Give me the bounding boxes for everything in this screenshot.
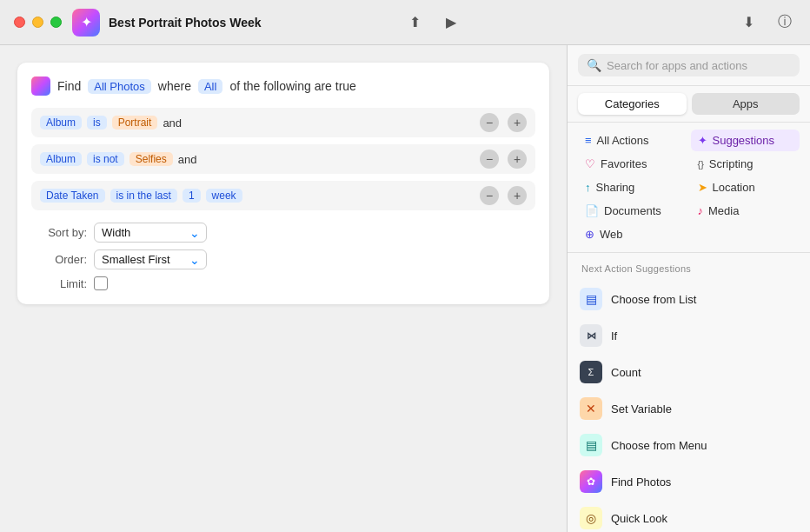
suggestions-header: Next Action Suggestions — [568, 260, 810, 281]
sidebar-item-all-actions[interactable]: ≡ All Actions — [578, 130, 687, 151]
sidebar-item-web[interactable]: ⊕ Web — [578, 223, 687, 245]
filter-conj-2: and — [178, 153, 197, 166]
sidebar-item-label: Scripting — [709, 157, 754, 170]
photos-app-icon — [31, 76, 50, 96]
filter-add-3[interactable]: + — [508, 186, 527, 205]
search-bar: 🔍 — [568, 45, 810, 86]
sort-select[interactable]: Width Height Date — [94, 223, 207, 243]
location-icon: ➤ — [698, 181, 707, 194]
filter-num-3[interactable]: 1 — [183, 189, 201, 203]
sidebar-item-label: All Actions — [597, 134, 649, 147]
sort-row: Sort by: Width Height Date — [31, 223, 535, 243]
filter-val-2[interactable]: Selfies — [129, 152, 173, 166]
action-label: If — [611, 329, 617, 342]
sidebar-item-label: Media — [708, 204, 739, 217]
sidebar-categories: ≡ All Actions ✦ Suggestions ♡ Favorites … — [568, 123, 810, 253]
titlebar: ✦ Best Portrait Photos Week ⬆ ▶ ⬇ ⓘ — [0, 0, 810, 45]
action-label: Choose from List — [611, 293, 696, 306]
sidebar-item-sharing[interactable]: ↑ Sharing — [578, 176, 687, 198]
limit-row: Limit: — [31, 276, 535, 290]
action-item-if[interactable]: ⋈ If — [568, 317, 810, 354]
order-label: Order: — [40, 253, 87, 266]
share-button[interactable]: ⬆ — [403, 11, 426, 34]
options-section: Sort by: Width Height Date Order: Smalle… — [31, 223, 535, 290]
action-item-count[interactable]: Σ Count — [568, 354, 810, 390]
window-title: Best Portrait Photos Week — [109, 16, 262, 30]
order-select-wrapper: Smallest First Largest First — [94, 249, 207, 269]
sidebar-item-media[interactable]: ♪ Media — [691, 200, 800, 222]
search-input[interactable] — [607, 59, 791, 72]
sidebar-item-label: Favorites — [601, 157, 647, 170]
all-photos-badge[interactable]: All Photos — [88, 79, 151, 94]
filter-unit-3[interactable]: week — [206, 189, 242, 203]
filter-field-1[interactable]: Album — [40, 116, 82, 130]
media-icon: ♪ — [698, 204, 704, 217]
action-label: Quick Look — [611, 512, 667, 525]
traffic-lights — [14, 17, 62, 28]
filter-row: Album is not Selfies and − + — [31, 144, 535, 174]
filter-conj-1: and — [163, 116, 182, 130]
sidebar-item-scripting[interactable]: {} Scripting — [691, 153, 800, 175]
maximize-button[interactable] — [50, 17, 62, 28]
filter-op-3[interactable]: is in the last — [110, 189, 177, 203]
save-button[interactable]: ⬇ — [737, 11, 760, 34]
filter-add-2[interactable]: + — [508, 150, 527, 169]
filter-op-2[interactable]: is not — [87, 152, 124, 166]
sort-select-wrapper: Width Height Date — [94, 223, 207, 243]
filter-remove-1[interactable]: − — [480, 113, 499, 132]
filter-remove-3[interactable]: − — [480, 186, 499, 205]
action-label: Choose from Menu — [611, 439, 707, 452]
scripting-icon: {} — [698, 159, 704, 170]
action-card: Find All Photos where All of the followi… — [17, 63, 549, 304]
filter-field-2[interactable]: Album — [40, 152, 82, 166]
sidebar-item-label: Sharing — [596, 181, 635, 194]
filter-op-1[interactable]: is — [87, 116, 107, 130]
action-label: Find Photos — [611, 475, 671, 489]
all-badge[interactable]: All — [198, 79, 222, 94]
sidebar-item-documents[interactable]: 📄 Documents — [578, 200, 687, 222]
quick-look-icon: ◎ — [580, 507, 602, 529]
search-input-wrapper: 🔍 — [578, 54, 800, 76]
action-item-find-photos[interactable]: ✿ Find Photos — [568, 463, 810, 500]
order-select[interactable]: Smallest First Largest First — [94, 249, 207, 269]
if-icon: ⋈ — [580, 324, 602, 347]
category-tabs: Categories Apps — [568, 86, 810, 123]
all-actions-icon: ≡ — [585, 134, 592, 147]
action-item-choose-from-list[interactable]: ▤ Choose from List — [568, 281, 810, 317]
find-header: Find All Photos where All of the followi… — [31, 76, 535, 96]
sidebar-item-location[interactable]: ➤ Location — [691, 176, 800, 198]
web-icon: ⊕ — [585, 228, 594, 241]
limit-label: Limit: — [40, 277, 87, 290]
limit-checkbox[interactable] — [94, 276, 108, 290]
set-variable-icon: ✕ — [580, 397, 602, 420]
of-following-label: of the following are true — [229, 79, 356, 93]
filter-remove-2[interactable]: − — [480, 150, 499, 169]
apps-tab[interactable]: Apps — [692, 93, 800, 115]
sidebar-item-suggestions[interactable]: ✦ Suggestions — [691, 130, 800, 151]
minimize-button[interactable] — [32, 17, 43, 28]
categories-tab[interactable]: Categories — [578, 93, 687, 115]
action-item-choose-from-menu[interactable]: ▤ Choose from Menu — [568, 427, 810, 463]
count-icon: Σ — [580, 361, 602, 383]
find-photos-icon: ✿ — [580, 470, 602, 493]
action-item-set-variable[interactable]: ✕ Set Variable — [568, 390, 810, 427]
sidebar-item-label: Web — [600, 228, 623, 241]
suggestions-section: Next Action Suggestions ▤ Choose from Li… — [568, 253, 810, 532]
left-panel: Find All Photos where All of the followi… — [0, 45, 567, 532]
where-label: where — [158, 79, 191, 93]
play-button[interactable]: ▶ — [440, 11, 462, 34]
action-item-quick-look[interactable]: ◎ Quick Look — [568, 500, 810, 532]
filter-val-1[interactable]: Portrait — [112, 116, 158, 130]
info-button[interactable]: ⓘ — [773, 11, 796, 34]
sidebar-item-label: Documents — [604, 204, 661, 217]
filter-field-3[interactable]: Date Taken — [40, 189, 105, 203]
sidebar-item-favorites[interactable]: ♡ Favorites — [578, 153, 687, 175]
right-panel: 🔍 Categories Apps ≡ All Actions ✦ Sugges… — [567, 45, 810, 532]
close-button[interactable] — [14, 17, 25, 28]
filter-add-1[interactable]: + — [508, 113, 527, 132]
action-label: Set Variable — [611, 402, 672, 416]
action-label: Count — [611, 366, 641, 379]
choose-from-list-icon: ▤ — [580, 288, 602, 310]
sharing-icon: ↑ — [585, 181, 591, 194]
favorites-icon: ♡ — [585, 157, 595, 170]
